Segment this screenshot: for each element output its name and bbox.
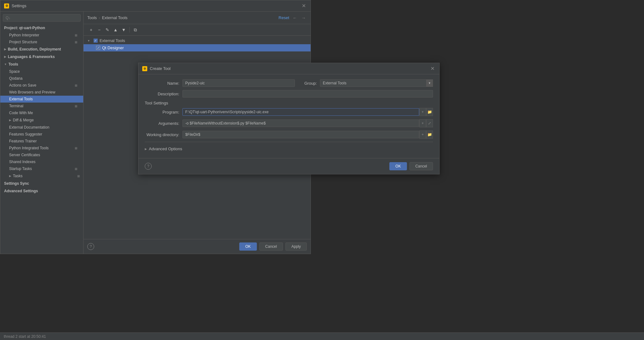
working-dir-input-group: + 📁 [182, 130, 433, 139]
sidebar-item-python-integrated[interactable]: Python Integrated Tools ⊞ [0, 145, 83, 151]
advanced-options-label: Advanced Options [149, 146, 182, 151]
chevron-down-icon: ▼ [4, 63, 7, 66]
advanced-chevron-icon: ▶ [145, 147, 147, 151]
sidebar-group-tools[interactable]: ▼ Tools [0, 61, 83, 68]
sidebar-advanced-settings[interactable]: Advanced Settings [0, 187, 83, 195]
sidebar-item-space[interactable]: Space [0, 68, 83, 75]
group-select[interactable]: External Tools [320, 79, 433, 87]
copy-tool-button[interactable]: ⧉ [132, 26, 139, 34]
arguments-add-btn[interactable]: + [419, 119, 426, 127]
working-dir-label: Working directory: [145, 132, 179, 137]
create-tool-dialog: ⚙ Create Tool ✕ Name: Group: External To… [138, 63, 440, 174]
advanced-options-toggle[interactable]: ▶ Advanced Options [145, 145, 433, 153]
program-input-group: + 📁 [182, 108, 433, 116]
program-browse-btn[interactable]: 📁 [426, 108, 433, 116]
sidebar-item-external-doc[interactable]: External Documentation [0, 124, 83, 131]
sidebar-item-icon-pit: ⊞ [74, 146, 78, 150]
nav-forward-button[interactable]: → [300, 15, 307, 21]
sidebar-item-tasks[interactable]: ▶ Tasks ⊞ [0, 172, 83, 180]
chevron-right-icon2: ▶ [4, 55, 6, 58]
arguments-label: Arguments: [145, 121, 179, 126]
create-tool-titlebar: ⚙ Create Tool ✕ [138, 63, 439, 74]
sidebar-item-web-browsers[interactable]: Web Browsers and Preview [0, 89, 83, 96]
description-input[interactable] [182, 90, 433, 98]
move-down-button[interactable]: ▼ [120, 26, 127, 34]
settings-search-input[interactable] [3, 14, 81, 22]
chevron-right-icon: ▶ [4, 48, 6, 51]
tree-item-qt-designer[interactable]: ✓ Qt Designer [84, 44, 311, 51]
sidebar-item-features-trainer[interactable]: Features Trainer [0, 138, 83, 145]
cancel-button[interactable]: Cancel [259, 242, 283, 251]
create-tool-help: ? [145, 163, 387, 170]
program-add-btn[interactable]: + [419, 108, 426, 116]
sidebar-item-external-tools[interactable]: External Tools [0, 96, 83, 103]
sidebar-group-build[interactable]: ▶ Build, Execution, Deployment [0, 45, 83, 53]
create-tool-close-button[interactable]: ✕ [429, 66, 436, 72]
group-select-container: External Tools ▼ [320, 79, 433, 87]
header-actions: Reset ← → [279, 15, 307, 21]
edit-tool-button[interactable]: ✎ [104, 26, 111, 34]
create-tool-help-button[interactable]: ? [145, 163, 152, 170]
sidebar-project-section[interactable]: Project: qt-uart-Python [0, 24, 83, 32]
sidebar-item-actions-on-save[interactable]: Actions on Save ⊞ [0, 82, 83, 89]
reset-link[interactable]: Reset [279, 15, 289, 20]
arguments-expand-btn[interactable]: ⤢ [426, 119, 433, 127]
create-tool-title: Create Tool [150, 66, 429, 71]
external-tools-checkbox[interactable]: ✓ [94, 39, 98, 43]
program-input[interactable] [182, 108, 419, 116]
tool-settings-header: Tool Settings [145, 101, 433, 105]
name-group-row: Name: Group: External Tools ▼ [145, 79, 433, 87]
group-select-arrow[interactable]: ▼ [426, 79, 433, 87]
qt-designer-checkbox[interactable]: ✓ [96, 46, 100, 50]
chevron-right-icon3: ▶ [9, 119, 11, 122]
sidebar-item-features-suggester[interactable]: Features Suggester [0, 131, 83, 138]
move-up-button[interactable]: ▲ [112, 26, 119, 34]
create-tool-ok-button[interactable]: OK [389, 162, 407, 170]
breadcrumb-tools[interactable]: Tools [87, 15, 97, 20]
create-tool-icon: ⚙ [142, 66, 147, 71]
help-button[interactable]: ? [87, 243, 94, 250]
sidebar-group-languages[interactable]: ▶ Languages & Frameworks [0, 53, 83, 61]
footer-help-area: ? [87, 243, 237, 250]
sidebar-item-icon-pi: ⊞ [74, 33, 78, 37]
remove-tool-button[interactable]: − [95, 26, 103, 34]
tree-chevron-down-icon: ▼ [87, 39, 90, 42]
nav-back-button[interactable]: ← [292, 15, 298, 21]
name-input[interactable] [182, 79, 295, 87]
toolbar: + − ✎ ▲ ▼ ⧉ [84, 24, 311, 36]
sidebar-item-server-certs[interactable]: Server Certificates [0, 151, 83, 158]
toolbar-separator [129, 27, 130, 33]
tree-item-external-tools-group[interactable]: ▼ ✓ External Tools [84, 37, 311, 44]
description-label: Description: [145, 92, 179, 96]
tree-item-qt-designer-label: Qt Designer [102, 45, 124, 50]
ok-button[interactable]: OK [239, 242, 257, 251]
sidebar-item-qodana[interactable]: Qodana [0, 75, 83, 82]
arguments-input[interactable] [182, 120, 419, 127]
add-tool-button[interactable]: + [87, 26, 95, 34]
tree-item-external-tools-label: External Tools [100, 38, 125, 43]
create-tool-cancel-button[interactable]: Cancel [409, 162, 433, 170]
program-label: Program: [145, 110, 179, 114]
sidebar-item-python-interpreter[interactable]: Python Interpreter ⊞ [0, 32, 83, 39]
arguments-input-group: + ⤢ [182, 119, 433, 127]
divider [145, 142, 433, 142]
sidebar-content: Project: qt-uart-Python Python Interpret… [0, 24, 83, 254]
sidebar-item-startup-tasks[interactable]: Startup Tasks ⊞ [0, 165, 83, 172]
sidebar-item-icon-term: ⊞ [74, 104, 78, 108]
sidebar-settings-sync[interactable]: Settings Sync [0, 180, 83, 187]
apply-button[interactable]: Apply [285, 242, 307, 251]
sidebar-item-shared-indexes[interactable]: Shared Indexes [0, 158, 83, 165]
sidebar-item-project-structure[interactable]: Project Structure ⊞ [0, 39, 83, 45]
arguments-row: Arguments: + ⤢ [145, 119, 433, 127]
working-dir-input[interactable] [182, 131, 419, 138]
sidebar-item-diff-merge[interactable]: ▶ Diff & Merge [0, 116, 83, 124]
settings-close-button[interactable]: ✕ [300, 3, 307, 9]
sidebar-item-code-with-me[interactable]: Code With Me [0, 109, 83, 116]
working-dir-browse-btn[interactable]: 📁 [426, 130, 433, 139]
working-dir-add-btn[interactable]: + [419, 130, 426, 139]
content-header: Tools › External Tools Reset ← → [84, 12, 311, 24]
sidebar-item-terminal[interactable]: Terminal ⊞ [0, 103, 83, 109]
settings-sidebar: Project: qt-uart-Python Python Interpret… [0, 12, 84, 254]
program-row: Program: + 📁 [145, 108, 433, 116]
sidebar-item-icon-aos: ⊞ [74, 83, 78, 88]
